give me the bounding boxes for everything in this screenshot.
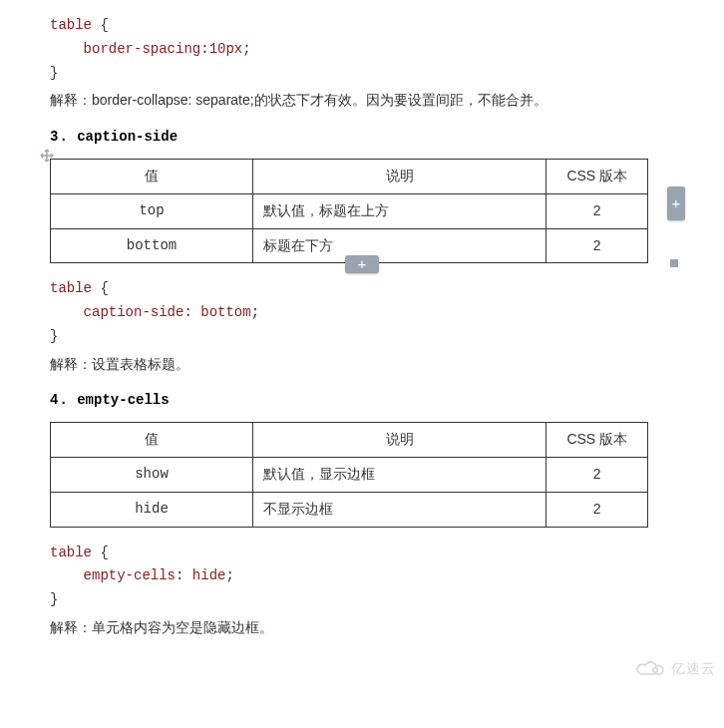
code-colon: : xyxy=(183,304,200,320)
td-desc: 不显示边框 xyxy=(253,492,546,527)
code-selector: table xyxy=(50,280,92,296)
code-brace: { xyxy=(100,280,108,296)
table-row: hide 不显示边框 2 xyxy=(51,492,648,527)
explain-text: border-collapse: separate;的状态下才有效。因为要设置间… xyxy=(92,92,547,108)
svg-point-0 xyxy=(653,667,657,671)
watermark: 亿速云 xyxy=(635,660,716,678)
code-block-border-spacing: table { border-spacing:10px; } xyxy=(50,14,674,85)
code-brace: } xyxy=(50,65,58,81)
td-value: top xyxy=(51,193,253,228)
watermark-text: 亿速云 xyxy=(671,660,716,678)
explain-empty-cells: 解释：单元格内容为空是隐藏边框。 xyxy=(50,616,674,640)
table-resize-handle[interactable] xyxy=(670,259,678,267)
table-wrapper-caption-side: 值 说明 CSS 版本 top 默认值，标题在上方 2 bottom 标题在下方… xyxy=(50,159,674,263)
code-block-caption-side: table { caption-side: bottom; } xyxy=(50,277,674,348)
td-value: bottom xyxy=(51,228,253,263)
explain-text: 单元格内容为空是隐藏边框。 xyxy=(92,619,273,635)
code-brace: } xyxy=(50,328,58,344)
table-row: top 默认值，标题在上方 2 xyxy=(51,193,648,228)
th-desc: 说明 xyxy=(253,423,546,458)
code-indent xyxy=(50,567,84,583)
table-wrapper-empty-cells: 值 说明 CSS 版本 show 默认值，显示边框 2 hide 不显示边框 2 xyxy=(50,422,674,527)
td-ver: 2 xyxy=(546,492,648,527)
explain-label: 解释： xyxy=(50,92,92,108)
td-value: hide xyxy=(51,492,253,527)
code-semi: ; xyxy=(225,567,233,583)
explain-label: 解释： xyxy=(50,356,92,372)
table-add-row-handle[interactable]: + xyxy=(345,255,379,273)
code-indent xyxy=(50,304,84,320)
code-indent xyxy=(50,41,84,57)
th-value: 值 xyxy=(51,160,253,194)
code-value: hide xyxy=(192,567,226,583)
code-semi: ; xyxy=(242,41,250,57)
heading-text: caption-side xyxy=(77,129,178,145)
heading-text: empty-cells xyxy=(77,392,169,408)
code-value: 10px xyxy=(209,41,243,57)
td-desc: 默认值，标题在上方 xyxy=(253,193,546,228)
td-desc: 标题在下方 xyxy=(253,228,546,263)
code-prop: border-spacing xyxy=(84,41,201,57)
code-value: bottom xyxy=(200,304,250,320)
table-anchor-icon[interactable] xyxy=(40,149,54,163)
code-brace: } xyxy=(50,591,58,607)
heading-caption-side: 3. caption-side xyxy=(50,129,674,145)
th-value: 值 xyxy=(51,423,253,458)
td-desc: 默认值，显示边框 xyxy=(253,458,546,493)
code-block-empty-cells: table { empty-cells: hide; } xyxy=(50,542,674,612)
td-ver: 2 xyxy=(546,193,648,228)
heading-empty-cells: 4. empty-cells xyxy=(50,392,674,408)
table-header-row: 值 说明 CSS 版本 xyxy=(51,423,648,458)
table-empty-cells: 值 说明 CSS 版本 show 默认值，显示边框 2 hide 不显示边框 2 xyxy=(50,422,648,527)
code-colon: : xyxy=(176,567,192,583)
explain-text: 设置表格标题。 xyxy=(92,356,189,372)
table-header-row: 值 说明 CSS 版本 xyxy=(51,160,648,194)
explain-label: 解释： xyxy=(50,619,92,635)
table-row: show 默认值，显示边框 2 xyxy=(51,458,648,493)
code-colon: : xyxy=(200,41,208,57)
heading-number: 3. xyxy=(50,129,69,145)
th-ver: CSS 版本 xyxy=(546,423,648,458)
code-semi: ; xyxy=(251,304,259,320)
code-selector: table xyxy=(50,545,92,560)
explain-border-spacing: 解释：border-collapse: separate;的状态下才有效。因为要… xyxy=(50,89,674,113)
th-ver: CSS 版本 xyxy=(546,160,648,194)
explain-caption-side: 解释：设置表格标题。 xyxy=(50,353,674,377)
table-add-column-handle[interactable]: + xyxy=(667,186,685,220)
code-prop: empty-cells xyxy=(84,567,176,583)
table-caption-side: 值 说明 CSS 版本 top 默认值，标题在上方 2 bottom 标题在下方… xyxy=(50,159,648,263)
code-selector: table xyxy=(50,17,92,33)
td-ver: 2 xyxy=(546,228,648,263)
code-brace: { xyxy=(100,545,108,560)
cloud-icon xyxy=(635,660,665,678)
td-ver: 2 xyxy=(546,458,648,493)
th-desc: 说明 xyxy=(253,160,546,194)
code-brace: { xyxy=(100,17,108,33)
heading-number: 4. xyxy=(50,392,69,408)
document-body: table { border-spacing:10px; } 解释：border… xyxy=(0,0,724,684)
code-prop: caption-side xyxy=(84,304,184,320)
td-value: show xyxy=(51,458,253,493)
